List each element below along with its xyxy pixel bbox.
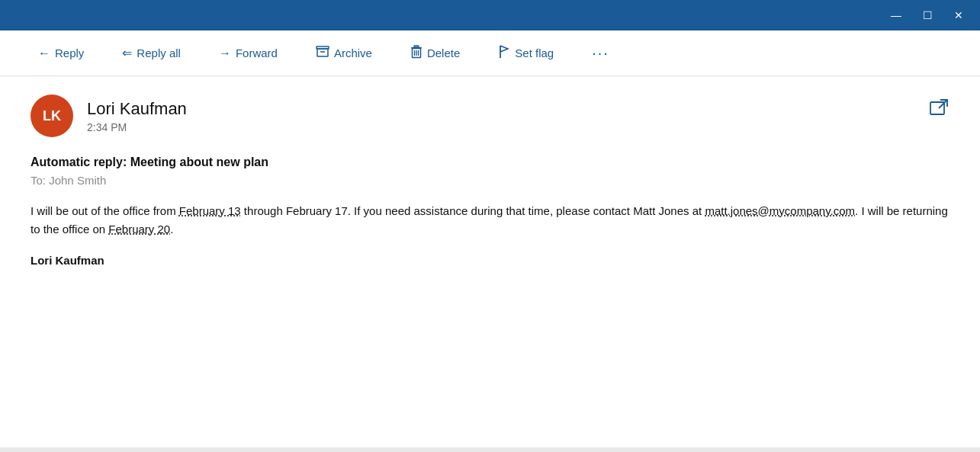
reply-all-icon: ⇐: [122, 46, 132, 60]
email-header: LK Lori Kaufman 2:34 PM: [31, 95, 949, 137]
minimize-button[interactable]: —: [880, 5, 912, 26]
body-text-2: through February 17. If you need assista…: [241, 204, 705, 217]
sender-time: 2:34 PM: [87, 121, 187, 133]
svg-rect-4: [414, 46, 419, 47]
svg-rect-1: [317, 49, 328, 56]
email-link[interactable]: matt.jones@mycompany.com: [705, 204, 855, 217]
maximize-button[interactable]: ☐: [912, 5, 943, 26]
more-label: ···: [592, 44, 609, 62]
reply-button[interactable]: ← Reply: [31, 42, 92, 65]
delete-label: Delete: [427, 46, 460, 59]
email-content: LK Lori Kaufman 2:34 PM Automatic reply:…: [0, 76, 980, 447]
email-header-left: LK Lori Kaufman 2:34 PM: [31, 95, 187, 137]
delete-button[interactable]: Delete: [403, 40, 468, 66]
bottom-bar: [0, 447, 980, 452]
email-signature: Lori Kaufman: [31, 254, 949, 267]
to-label: To:: [31, 174, 46, 187]
sender-name: Lori Kaufman: [87, 98, 187, 120]
reply-all-label: Reply all: [137, 46, 181, 59]
date-february-20: February 20: [108, 223, 170, 236]
reply-all-button[interactable]: ⇐ Reply all: [114, 41, 188, 65]
body-text-4: .: [170, 223, 173, 236]
date-february-13: February 13: [179, 204, 241, 217]
svg-line-11: [939, 100, 947, 108]
to-name: John Smith: [49, 174, 106, 187]
archive-label: Archive: [334, 46, 372, 59]
svg-rect-10: [930, 102, 944, 114]
email-body-paragraph: I will be out of the office from Februar…: [31, 202, 949, 239]
more-button[interactable]: ···: [584, 40, 617, 66]
open-in-new-icon[interactable]: [928, 98, 949, 122]
flag-icon: [498, 45, 510, 62]
forward-icon: →: [219, 46, 231, 60]
forward-button[interactable]: → Forward: [211, 42, 285, 65]
close-button[interactable]: ✕: [943, 5, 974, 26]
email-to: To: John Smith: [31, 174, 949, 187]
forward-label: Forward: [236, 46, 278, 59]
sender-info: Lori Kaufman 2:34 PM: [87, 98, 187, 134]
delete-icon: [410, 45, 423, 62]
avatar: LK: [31, 95, 73, 137]
archive-icon: [316, 46, 329, 61]
archive-button[interactable]: Archive: [308, 41, 380, 66]
toolbar: ← Reply ⇐ Reply all → Forward Archive: [0, 30, 980, 76]
body-text-1: I will be out of the office from: [31, 204, 179, 217]
email-body: I will be out of the office from Februar…: [31, 202, 949, 239]
reply-label: Reply: [55, 46, 84, 59]
title-bar: — ☐ ✕: [0, 0, 980, 30]
email-subject: Automatic reply: Meeting about new plan: [31, 155, 949, 169]
reply-icon: ←: [38, 46, 50, 60]
set-flag-label: Set flag: [515, 46, 554, 59]
set-flag-button[interactable]: Set flag: [490, 40, 561, 66]
